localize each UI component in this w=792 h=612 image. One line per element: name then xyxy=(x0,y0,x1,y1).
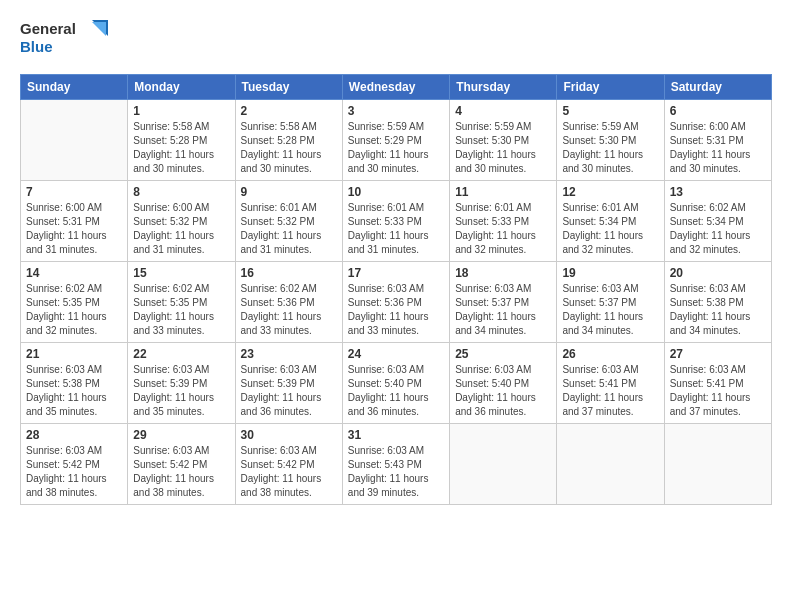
day-info: Sunrise: 6:03 AM Sunset: 5:42 PM Dayligh… xyxy=(133,444,229,500)
day-number: 5 xyxy=(562,104,658,118)
calendar-week-row: 14Sunrise: 6:02 AM Sunset: 5:35 PM Dayli… xyxy=(21,262,772,343)
day-info: Sunrise: 6:03 AM Sunset: 5:38 PM Dayligh… xyxy=(670,282,766,338)
day-info: Sunrise: 6:02 AM Sunset: 5:35 PM Dayligh… xyxy=(133,282,229,338)
day-number: 15 xyxy=(133,266,229,280)
calendar-cell: 12Sunrise: 6:01 AM Sunset: 5:34 PM Dayli… xyxy=(557,181,664,262)
calendar-cell: 17Sunrise: 6:03 AM Sunset: 5:36 PM Dayli… xyxy=(342,262,449,343)
day-info: Sunrise: 6:03 AM Sunset: 5:37 PM Dayligh… xyxy=(455,282,551,338)
day-info: Sunrise: 6:01 AM Sunset: 5:33 PM Dayligh… xyxy=(455,201,551,257)
day-number: 31 xyxy=(348,428,444,442)
calendar-cell: 27Sunrise: 6:03 AM Sunset: 5:41 PM Dayli… xyxy=(664,343,771,424)
weekday-header: Saturday xyxy=(664,75,771,100)
day-number: 20 xyxy=(670,266,766,280)
day-number: 22 xyxy=(133,347,229,361)
day-info: Sunrise: 6:01 AM Sunset: 5:34 PM Dayligh… xyxy=(562,201,658,257)
logo: General Blue xyxy=(20,16,110,64)
calendar-cell: 10Sunrise: 6:01 AM Sunset: 5:33 PM Dayli… xyxy=(342,181,449,262)
day-info: Sunrise: 6:03 AM Sunset: 5:39 PM Dayligh… xyxy=(241,363,337,419)
day-number: 27 xyxy=(670,347,766,361)
day-info: Sunrise: 5:59 AM Sunset: 5:29 PM Dayligh… xyxy=(348,120,444,176)
calendar-cell: 24Sunrise: 6:03 AM Sunset: 5:40 PM Dayli… xyxy=(342,343,449,424)
day-info: Sunrise: 6:03 AM Sunset: 5:41 PM Dayligh… xyxy=(670,363,766,419)
day-info: Sunrise: 6:03 AM Sunset: 5:36 PM Dayligh… xyxy=(348,282,444,338)
day-info: Sunrise: 6:03 AM Sunset: 5:38 PM Dayligh… xyxy=(26,363,122,419)
day-info: Sunrise: 5:59 AM Sunset: 5:30 PM Dayligh… xyxy=(455,120,551,176)
calendar-cell: 11Sunrise: 6:01 AM Sunset: 5:33 PM Dayli… xyxy=(450,181,557,262)
calendar-week-row: 28Sunrise: 6:03 AM Sunset: 5:42 PM Dayli… xyxy=(21,424,772,505)
calendar-cell: 5Sunrise: 5:59 AM Sunset: 5:30 PM Daylig… xyxy=(557,100,664,181)
weekday-header: Thursday xyxy=(450,75,557,100)
weekday-header: Friday xyxy=(557,75,664,100)
day-number: 25 xyxy=(455,347,551,361)
calendar-cell: 14Sunrise: 6:02 AM Sunset: 5:35 PM Dayli… xyxy=(21,262,128,343)
day-number: 11 xyxy=(455,185,551,199)
day-info: Sunrise: 6:03 AM Sunset: 5:37 PM Dayligh… xyxy=(562,282,658,338)
calendar-cell: 31Sunrise: 6:03 AM Sunset: 5:43 PM Dayli… xyxy=(342,424,449,505)
day-info: Sunrise: 5:58 AM Sunset: 5:28 PM Dayligh… xyxy=(241,120,337,176)
day-info: Sunrise: 6:03 AM Sunset: 5:43 PM Dayligh… xyxy=(348,444,444,500)
day-number: 2 xyxy=(241,104,337,118)
day-info: Sunrise: 6:00 AM Sunset: 5:31 PM Dayligh… xyxy=(670,120,766,176)
day-number: 19 xyxy=(562,266,658,280)
weekday-header: Sunday xyxy=(21,75,128,100)
day-number: 10 xyxy=(348,185,444,199)
svg-marker-3 xyxy=(92,22,106,36)
day-number: 23 xyxy=(241,347,337,361)
day-number: 4 xyxy=(455,104,551,118)
day-number: 30 xyxy=(241,428,337,442)
calendar-cell: 3Sunrise: 5:59 AM Sunset: 5:29 PM Daylig… xyxy=(342,100,449,181)
day-info: Sunrise: 6:03 AM Sunset: 5:42 PM Dayligh… xyxy=(241,444,337,500)
calendar-cell: 8Sunrise: 6:00 AM Sunset: 5:32 PM Daylig… xyxy=(128,181,235,262)
day-number: 17 xyxy=(348,266,444,280)
calendar-cell: 23Sunrise: 6:03 AM Sunset: 5:39 PM Dayli… xyxy=(235,343,342,424)
day-number: 29 xyxy=(133,428,229,442)
calendar-cell: 13Sunrise: 6:02 AM Sunset: 5:34 PM Dayli… xyxy=(664,181,771,262)
calendar-cell: 29Sunrise: 6:03 AM Sunset: 5:42 PM Dayli… xyxy=(128,424,235,505)
calendar-cell: 7Sunrise: 6:00 AM Sunset: 5:31 PM Daylig… xyxy=(21,181,128,262)
day-number: 16 xyxy=(241,266,337,280)
day-info: Sunrise: 6:02 AM Sunset: 5:34 PM Dayligh… xyxy=(670,201,766,257)
calendar-cell xyxy=(450,424,557,505)
day-number: 21 xyxy=(26,347,122,361)
day-info: Sunrise: 6:02 AM Sunset: 5:36 PM Dayligh… xyxy=(241,282,337,338)
svg-text:General: General xyxy=(20,20,76,37)
calendar-cell: 18Sunrise: 6:03 AM Sunset: 5:37 PM Dayli… xyxy=(450,262,557,343)
day-info: Sunrise: 6:00 AM Sunset: 5:31 PM Dayligh… xyxy=(26,201,122,257)
day-number: 26 xyxy=(562,347,658,361)
day-info: Sunrise: 6:03 AM Sunset: 5:42 PM Dayligh… xyxy=(26,444,122,500)
calendar-cell xyxy=(21,100,128,181)
day-number: 12 xyxy=(562,185,658,199)
day-info: Sunrise: 6:03 AM Sunset: 5:41 PM Dayligh… xyxy=(562,363,658,419)
calendar-cell: 20Sunrise: 6:03 AM Sunset: 5:38 PM Dayli… xyxy=(664,262,771,343)
day-info: Sunrise: 6:00 AM Sunset: 5:32 PM Dayligh… xyxy=(133,201,229,257)
day-info: Sunrise: 6:02 AM Sunset: 5:35 PM Dayligh… xyxy=(26,282,122,338)
calendar-cell: 22Sunrise: 6:03 AM Sunset: 5:39 PM Dayli… xyxy=(128,343,235,424)
calendar-week-row: 7Sunrise: 6:00 AM Sunset: 5:31 PM Daylig… xyxy=(21,181,772,262)
weekday-header: Monday xyxy=(128,75,235,100)
logo-area: General Blue xyxy=(20,16,110,64)
day-info: Sunrise: 6:03 AM Sunset: 5:40 PM Dayligh… xyxy=(455,363,551,419)
calendar-cell: 16Sunrise: 6:02 AM Sunset: 5:36 PM Dayli… xyxy=(235,262,342,343)
calendar-cell: 21Sunrise: 6:03 AM Sunset: 5:38 PM Dayli… xyxy=(21,343,128,424)
calendar-cell: 1Sunrise: 5:58 AM Sunset: 5:28 PM Daylig… xyxy=(128,100,235,181)
calendar-cell xyxy=(664,424,771,505)
calendar-cell: 2Sunrise: 5:58 AM Sunset: 5:28 PM Daylig… xyxy=(235,100,342,181)
day-number: 3 xyxy=(348,104,444,118)
day-number: 14 xyxy=(26,266,122,280)
weekday-header: Wednesday xyxy=(342,75,449,100)
day-number: 8 xyxy=(133,185,229,199)
svg-text:Blue: Blue xyxy=(20,38,53,55)
calendar-cell: 26Sunrise: 6:03 AM Sunset: 5:41 PM Dayli… xyxy=(557,343,664,424)
calendar-cell: 28Sunrise: 6:03 AM Sunset: 5:42 PM Dayli… xyxy=(21,424,128,505)
day-number: 6 xyxy=(670,104,766,118)
day-number: 28 xyxy=(26,428,122,442)
day-number: 24 xyxy=(348,347,444,361)
day-info: Sunrise: 6:01 AM Sunset: 5:33 PM Dayligh… xyxy=(348,201,444,257)
day-number: 13 xyxy=(670,185,766,199)
day-info: Sunrise: 6:03 AM Sunset: 5:39 PM Dayligh… xyxy=(133,363,229,419)
calendar-cell: 25Sunrise: 6:03 AM Sunset: 5:40 PM Dayli… xyxy=(450,343,557,424)
calendar-cell: 9Sunrise: 6:01 AM Sunset: 5:32 PM Daylig… xyxy=(235,181,342,262)
calendar-table: SundayMondayTuesdayWednesdayThursdayFrid… xyxy=(20,74,772,505)
day-number: 7 xyxy=(26,185,122,199)
day-info: Sunrise: 5:59 AM Sunset: 5:30 PM Dayligh… xyxy=(562,120,658,176)
